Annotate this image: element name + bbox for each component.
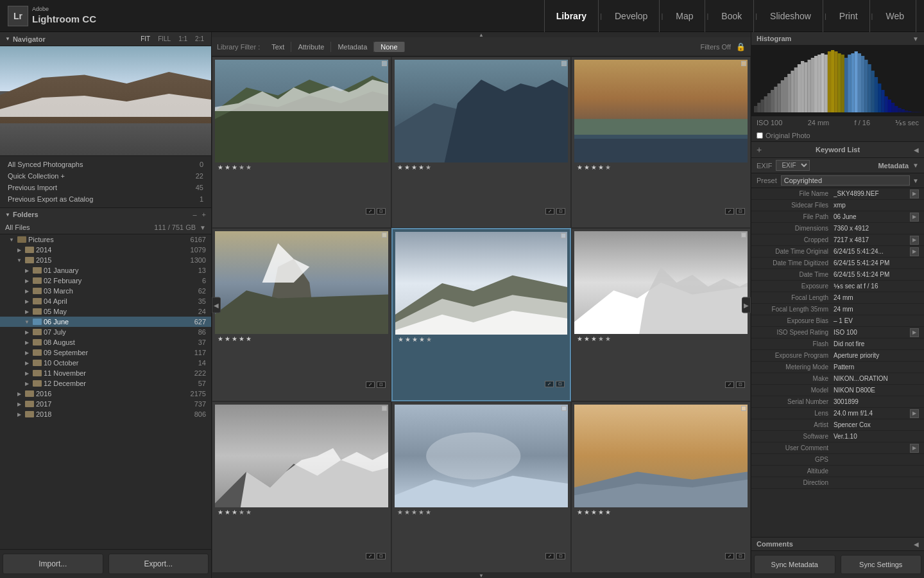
sep-expand-icon[interactable]: ▶ bbox=[23, 349, 31, 356]
2015-expand-icon[interactable]: ▼ bbox=[15, 256, 23, 264]
folder-2015[interactable]: ▼ 2015 1300 bbox=[0, 255, 211, 265]
may-expand-icon[interactable]: ▶ bbox=[23, 308, 31, 315]
folder-02-february[interactable]: ▶ 02 February 6 bbox=[0, 276, 211, 286]
filter-attribute[interactable]: Attribute bbox=[291, 42, 331, 52]
2018-expand-icon[interactable]: ▶ bbox=[15, 410, 23, 418]
sync-metadata-button[interactable]: Sync Metadata bbox=[754, 555, 835, 574]
photo-cell-401[interactable]: 401 ★ ★ ★ ★ ★ bbox=[391, 401, 571, 573]
folder-06-june[interactable]: ▼ 06 June 627 bbox=[0, 317, 211, 327]
tab-map[interactable]: Map bbox=[664, 0, 705, 32]
tab-web[interactable]: Web bbox=[874, 0, 916, 32]
export-button[interactable]: Export... bbox=[108, 554, 209, 574]
filter-lock-icon[interactable]: 🔒 bbox=[736, 42, 746, 51]
folders-minus[interactable]: – bbox=[193, 211, 196, 218]
folder-pictures[interactable]: ▼ Pictures 6167 bbox=[0, 234, 211, 245]
keyword-header[interactable]: + Keyword List ◀ bbox=[751, 142, 924, 157]
meta-val-filename[interactable]: _SKY4899.NEF bbox=[834, 190, 909, 197]
histogram-header[interactable]: Histogram ▼ bbox=[751, 32, 924, 46]
jan-expand-icon[interactable]: ▶ bbox=[23, 267, 31, 274]
photo-cell-402[interactable]: 402 ★ ★ ★ ★ ★ bbox=[571, 401, 751, 573]
folders-plus[interactable]: + bbox=[202, 211, 206, 218]
folder-10-october[interactable]: ▶ 10 October 14 bbox=[0, 358, 211, 368]
jun-expand-icon[interactable]: ▼ bbox=[23, 318, 31, 326]
original-photo-checkbox[interactable] bbox=[757, 132, 763, 139]
jul-expand-icon[interactable]: ▶ bbox=[23, 328, 31, 336]
filter-metadata[interactable]: Metadata bbox=[331, 42, 374, 52]
filter-none[interactable]: None bbox=[374, 42, 404, 52]
bottom-filmstrip-arrow[interactable]: ▼ bbox=[212, 573, 751, 578]
catalog-item-synced[interactable]: All Synced Photographs 0 bbox=[0, 159, 211, 170]
catalog-item-previous-import[interactable]: Previous Import 45 bbox=[0, 182, 211, 193]
zoom-2-1[interactable]: 2:1 bbox=[193, 35, 206, 43]
folder-09-september[interactable]: ▶ 09 September 117 bbox=[0, 347, 211, 358]
pictures-expand-icon[interactable]: ▼ bbox=[8, 236, 15, 243]
folder-03-march[interactable]: ▶ 03 March 62 bbox=[0, 286, 211, 296]
folders-header[interactable]: ▼ Folders – + bbox=[0, 208, 211, 221]
dec-expand-icon[interactable]: ▶ bbox=[23, 380, 31, 387]
zoom-fit[interactable]: FIT bbox=[139, 35, 152, 43]
meta-edit-dt-original[interactable]: ▶ bbox=[910, 247, 919, 256]
filter-text[interactable]: Text bbox=[265, 42, 291, 52]
sync-settings-button[interactable]: Sync Settings bbox=[841, 555, 922, 574]
keyword-plus-button[interactable]: + bbox=[757, 144, 762, 155]
mar-expand-icon[interactable]: ▶ bbox=[23, 287, 31, 295]
photo-cell-399[interactable]: 399 ★ ★ ★ ★ ★ bbox=[571, 228, 751, 401]
apr-expand-icon[interactable]: ▶ bbox=[23, 297, 31, 305]
sep-count: 117 bbox=[194, 349, 211, 356]
2016-expand-icon[interactable]: ▶ bbox=[15, 390, 23, 398]
tab-slideshow[interactable]: Slideshow bbox=[758, 0, 823, 32]
collapse-left-panel[interactable]: ◀ bbox=[212, 297, 221, 313]
meta-edit-filename[interactable]: ▶ bbox=[910, 189, 919, 198]
tab-print[interactable]: Print bbox=[828, 0, 870, 32]
photo-cell-394[interactable]: 394 ★ ★ ★ ★ ★ bbox=[212, 57, 391, 228]
photo-cell-400[interactable]: 400 ★ ★ ★ ★ ★ bbox=[212, 401, 391, 573]
meta-edit-filepath[interactable]: ▶ bbox=[910, 213, 919, 222]
all-files-bar[interactable]: All Files 111 / 751 GB ▼ bbox=[0, 221, 211, 234]
tab-book[interactable]: Book bbox=[710, 0, 754, 32]
top-filmstrip-arrow[interactable]: ▲ bbox=[212, 32, 751, 37]
meta-edit-lens[interactable]: ▶ bbox=[910, 409, 919, 418]
folder-05-may[interactable]: ▶ 05 May 24 bbox=[0, 306, 211, 317]
tab-library[interactable]: Library bbox=[544, 0, 599, 32]
aug-expand-icon[interactable]: ▶ bbox=[23, 338, 31, 346]
meta-edit-iso[interactable]: ▶ bbox=[910, 328, 919, 337]
photo-cell-395[interactable]: 395 ★ ★ ★ ★ ★ bbox=[391, 57, 571, 228]
folder-2017[interactable]: ▶ 2017 737 bbox=[0, 399, 211, 409]
preset-input[interactable] bbox=[781, 175, 910, 186]
nov-label: 11 November bbox=[44, 369, 194, 377]
folder-2014[interactable]: ▶ 2014 1079 bbox=[0, 245, 211, 255]
meta-edit-user-comment[interactable]: ▶ bbox=[910, 444, 919, 453]
feb-expand-icon[interactable]: ▶ bbox=[23, 277, 31, 285]
collapse-right-panel[interactable]: ▶ bbox=[742, 297, 751, 313]
nov-expand-icon[interactable]: ▶ bbox=[23, 369, 31, 377]
exif-select[interactable]: EXIF IPTC bbox=[776, 160, 810, 171]
meta-val-artist[interactable]: Spencer Cox bbox=[834, 421, 919, 428]
tab-develop[interactable]: Develop bbox=[603, 0, 660, 32]
import-button[interactable]: Import... bbox=[3, 554, 103, 574]
meta-edit-cropped[interactable]: ▶ bbox=[910, 236, 919, 245]
catalog-item-prev-export[interactable]: Previous Export as Catalog 1 bbox=[0, 193, 211, 205]
photo-cell-398[interactable]: 398 ★ ★ ★ ★ ★ bbox=[391, 228, 571, 401]
folder-11-november[interactable]: ▶ 11 November 222 bbox=[0, 368, 211, 378]
photo-cell-396[interactable]: 396 ★ ★ ★ ★ ★ bbox=[571, 57, 751, 228]
2017-expand-icon[interactable]: ▶ bbox=[15, 400, 23, 408]
folder-04-april[interactable]: ▶ 04 April 35 bbox=[0, 296, 211, 306]
folder-2018[interactable]: ▶ 2018 806 bbox=[0, 409, 211, 419]
zoom-1-1[interactable]: 1:1 bbox=[176, 35, 189, 43]
folder-2016[interactable]: ▶ 2016 2175 bbox=[0, 389, 211, 399]
folder-12-december[interactable]: ▶ 12 December 57 bbox=[0, 378, 211, 389]
oct-expand-icon[interactable]: ▶ bbox=[23, 359, 31, 367]
folder-07-july[interactable]: ▶ 07 July 86 bbox=[0, 327, 211, 337]
navigator-header[interactable]: ▼ Navigator FIT FILL 1:1 2:1 bbox=[0, 32, 211, 46]
2014-expand-icon[interactable]: ▶ bbox=[15, 246, 23, 254]
meta-key-flash: Flash bbox=[757, 340, 834, 347]
meta-val-filepath[interactable]: 06 June bbox=[834, 213, 909, 220]
folder-01-january[interactable]: ▶ 01 January 13 bbox=[0, 265, 211, 276]
photo-cell-397[interactable]: 397 ★ ★ ★ ★ ★ bbox=[212, 228, 391, 401]
zoom-fill[interactable]: FILL bbox=[156, 35, 173, 43]
folder-08-august[interactable]: ▶ 08 August 37 bbox=[0, 337, 211, 347]
all-files-dropdown-icon[interactable]: ▼ bbox=[200, 224, 206, 231]
meta-val-lens[interactable]: 24.0 mm f/1.4 bbox=[834, 410, 909, 417]
catalog-item-quick[interactable]: Quick Collection + 22 bbox=[0, 170, 211, 182]
meta-val-dt-original[interactable]: 6/24/15 5:41:24... bbox=[834, 248, 909, 255]
